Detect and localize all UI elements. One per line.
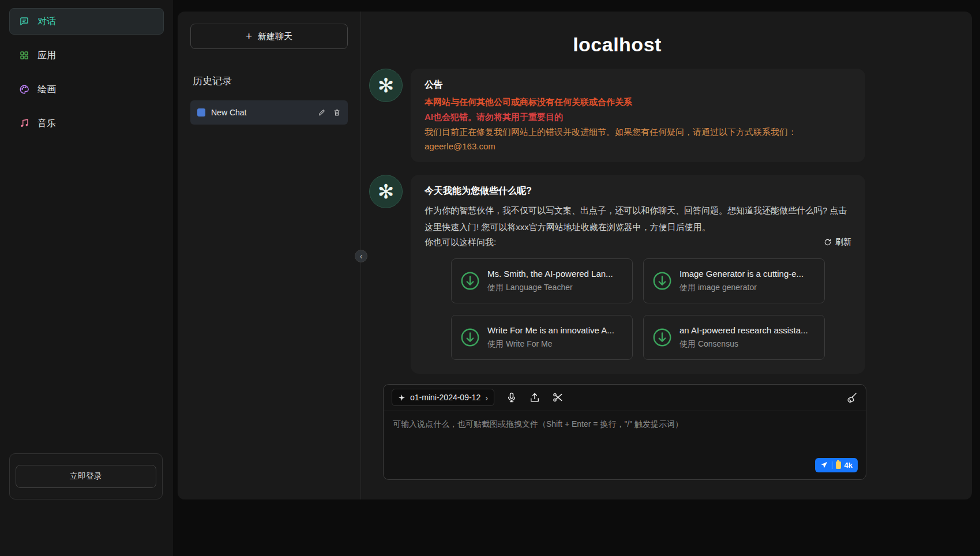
delete-icon[interactable] bbox=[333, 108, 341, 117]
badge-divider bbox=[832, 461, 832, 469]
announcement-line-1: 本网站与任何其他公司或商标没有任何关联或合作关系 bbox=[425, 97, 851, 108]
assistant-avatar-icon: ✻ bbox=[369, 69, 403, 102]
sidebar-item-chat[interactable]: 对话 bbox=[9, 8, 164, 35]
token-battery-icon bbox=[836, 461, 841, 469]
sidebar-item-label: 绘画 bbox=[37, 84, 56, 96]
composer-toolbar: o1-mini-2024-09-12 › bbox=[384, 385, 866, 411]
suggestion-text: Write For Me is an innovative A... 使用 Wr… bbox=[487, 325, 614, 350]
chevron-right-icon: › bbox=[485, 393, 488, 403]
suggestion-card[interactable]: Image Generator is a cutting-e... 使用 ima… bbox=[643, 258, 825, 303]
welcome-title: 今天我能为您做些什么呢? bbox=[425, 185, 851, 197]
suggestion-subtitle: 使用 image generator bbox=[679, 283, 803, 293]
announcement-card: 公告 本网站与任何其他公司或商标没有任何关联或合作关系 AI也会犯错。请勿将其用… bbox=[411, 69, 865, 162]
chat-list-item[interactable]: New Chat bbox=[190, 100, 348, 125]
chat-list-pane: + 新建聊天 历史记录 New Chat bbox=[178, 12, 361, 499]
announcement-line-3: 我们目前正在修复我们网站上的错误并改进细节。如果您有任何疑问，请通过以下方式联系… bbox=[425, 127, 851, 138]
suggestion-card[interactable]: Write For Me is an innovative A... 使用 Wr… bbox=[451, 315, 633, 360]
chat-item-icon bbox=[197, 108, 205, 117]
sidebar-item-apps[interactable]: 应用 bbox=[9, 42, 164, 69]
sidebar-item-music[interactable]: 音乐 bbox=[9, 110, 164, 137]
refresh-label: 刷新 bbox=[835, 237, 851, 247]
gpt-arrow-down-icon bbox=[652, 327, 673, 348]
app: 对话 应用 绘画 音乐 立即登录 bbox=[0, 0, 980, 556]
screenshot-scissors-button[interactable] bbox=[552, 392, 564, 403]
login-panel: 立即登录 bbox=[9, 453, 163, 499]
token-count: 4k bbox=[844, 461, 853, 469]
message-input[interactable] bbox=[384, 411, 866, 455]
announcement-line-2: AI也会犯错。请勿将其用于重要目的 bbox=[425, 112, 851, 123]
chat-main: localhost ✻ 公告 本网站与任何其他公司或商标没有任何关联或合作关系 … bbox=[361, 12, 972, 499]
sidebar-item-label: 应用 bbox=[37, 50, 56, 62]
ask-hint-row: 你也可以这样问我: 刷新 bbox=[425, 237, 851, 248]
suggestion-grid: Ms. Smith, the AI-powered Lan... 使用 Lang… bbox=[451, 258, 825, 360]
collapse-sidebar-button[interactable]: ‹ bbox=[355, 250, 367, 262]
assistant-message-announcement: ✻ 公告 本网站与任何其他公司或商标没有任何关联或合作关系 AI也会犯错。请勿将… bbox=[369, 69, 865, 162]
refresh-suggestions-button[interactable]: 刷新 bbox=[824, 237, 851, 247]
history-title: 历史记录 bbox=[193, 74, 348, 88]
apps-grid-icon bbox=[19, 50, 29, 61]
announcement-title: 公告 bbox=[425, 79, 851, 91]
model-label: o1-mini-2024-09-12 bbox=[410, 393, 480, 402]
gpt-arrow-down-icon bbox=[652, 271, 673, 291]
assistant-avatar-icon: ✻ bbox=[369, 175, 403, 208]
sidebar-item-label: 对话 bbox=[37, 16, 56, 28]
gpt-arrow-down-icon bbox=[460, 327, 480, 348]
sidebar-item-paint[interactable]: 绘画 bbox=[9, 76, 164, 103]
gpt-arrow-down-icon bbox=[460, 271, 480, 291]
chevron-left-icon: ‹ bbox=[360, 252, 363, 260]
suggestion-text: Image Generator is a cutting-e... 使用 ima… bbox=[679, 269, 803, 293]
chat-content: localhost ✻ 公告 本网站与任何其他公司或商标没有任何关联或合作关系 … bbox=[369, 33, 865, 480]
paper-plane-icon bbox=[820, 461, 828, 469]
suggestion-title: Write For Me is an innovative A... bbox=[487, 325, 614, 335]
suggestion-title: Image Generator is a cutting-e... bbox=[679, 269, 803, 279]
chat-item-title: New Chat bbox=[211, 108, 312, 117]
content-panel: + 新建聊天 历史记录 New Chat ‹ bbox=[178, 12, 972, 499]
edit-icon[interactable] bbox=[318, 108, 326, 117]
suggestion-subtitle: 使用 Consensus bbox=[679, 339, 808, 350]
sidebar-item-label: 音乐 bbox=[37, 118, 56, 130]
music-note-icon bbox=[19, 118, 29, 129]
welcome-body: 作为你的智慧伙伴，我不仅可以写文案、出点子，还可以和你聊天、回答问题。想知道我还… bbox=[425, 202, 851, 236]
suggestion-subtitle: 使用 Write For Me bbox=[487, 339, 614, 350]
suggestion-text: an AI-powered research assista... 使用 Con… bbox=[679, 325, 808, 350]
composer: o1-mini-2024-09-12 › bbox=[383, 384, 866, 480]
chat-bubble-icon bbox=[19, 16, 29, 27]
welcome-card: 今天我能为您做些什么呢? 作为你的智慧伙伴，我不仅可以写文案、出点子，还可以和你… bbox=[411, 175, 865, 374]
microphone-button[interactable] bbox=[506, 392, 517, 403]
contact-email-link[interactable]: ageerle@163.com bbox=[425, 141, 495, 151]
sparkle-icon bbox=[398, 394, 405, 401]
login-button[interactable]: 立即登录 bbox=[16, 465, 156, 488]
model-selector[interactable]: o1-mini-2024-09-12 › bbox=[392, 389, 494, 406]
plus-icon: + bbox=[246, 30, 252, 43]
sidebar-nav: 对话 应用 绘画 音乐 bbox=[9, 8, 164, 137]
sidebar: 对话 应用 绘画 音乐 立即登录 bbox=[0, 0, 173, 556]
suggestion-card[interactable]: an AI-powered research assista... 使用 Con… bbox=[643, 315, 825, 360]
new-chat-label: 新建聊天 bbox=[258, 31, 292, 42]
new-chat-button[interactable]: + 新建聊天 bbox=[190, 24, 348, 49]
suggestion-title: an AI-powered research assista... bbox=[679, 325, 808, 335]
page-title: localhost bbox=[369, 33, 865, 56]
suggestion-title: Ms. Smith, the AI-powered Lan... bbox=[487, 269, 613, 279]
ask-hint-text: 你也可以这样问我: bbox=[425, 237, 496, 248]
send-button[interactable]: 4k bbox=[815, 458, 858, 472]
suggestion-text: Ms. Smith, the AI-powered Lan... 使用 Lang… bbox=[487, 269, 613, 293]
chat-item-actions bbox=[318, 108, 341, 117]
assistant-message-welcome: ✻ 今天我能为您做些什么呢? 作为你的智慧伙伴，我不仅可以写文案、出点子，还可以… bbox=[369, 175, 865, 374]
clear-context-broom-button[interactable] bbox=[846, 392, 858, 403]
palette-icon bbox=[19, 84, 29, 95]
suggestion-card[interactable]: Ms. Smith, the AI-powered Lan... 使用 Lang… bbox=[451, 258, 633, 303]
upload-button[interactable] bbox=[529, 392, 540, 403]
suggestion-subtitle: 使用 Language Teacher bbox=[487, 283, 613, 293]
refresh-icon bbox=[824, 238, 832, 246]
composer-input-area: 4k bbox=[384, 411, 866, 479]
